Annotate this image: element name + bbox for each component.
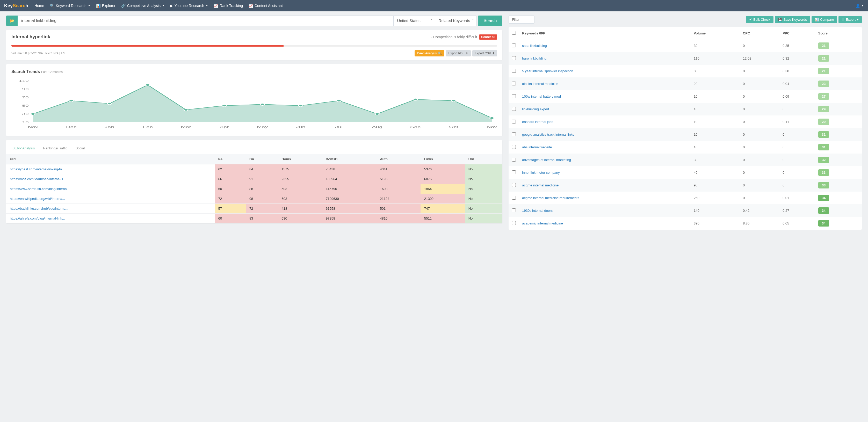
keywords-toolbar: ✔Bulk Check 💾Save Keywords 📊Compare ⬇Exp… (508, 15, 862, 24)
country-select[interactable]: United States (394, 15, 435, 26)
serp-th-url2[interactable]: URL (465, 154, 503, 164)
serp-url-link[interactable]: https://yoast.com/internal-linking-fo... (10, 167, 65, 171)
save-keywords-button[interactable]: 💾Save Keywords (775, 16, 810, 23)
nav-content[interactable]: 📈Content Assistant (249, 4, 283, 8)
row-checkbox[interactable] (512, 132, 516, 136)
nav-youtube[interactable]: ▶Youtube Research▼ (170, 4, 208, 8)
search-input[interactable] (18, 15, 394, 26)
select-all-checkbox[interactable] (512, 31, 516, 35)
export-pdf-button[interactable]: Export PDF ⬇ (446, 50, 471, 57)
keyword-link[interactable]: academic internal medicine (522, 221, 563, 225)
serp-url-link[interactable]: https://ahrefs.com/blog/internal-link... (10, 217, 65, 220)
score-pill: 34 (818, 195, 829, 201)
logo-ch: h (25, 3, 28, 8)
row-checkbox[interactable] (512, 69, 516, 73)
row-checkbox[interactable] (512, 208, 516, 212)
mode-select[interactable]: Related Keywords (435, 15, 476, 26)
kw-th-volume[interactable]: Volume (691, 27, 740, 39)
kw-ppc-cell: 0.09 (779, 90, 815, 103)
serp-url-link[interactable]: https://backlinko.com/hub/seo/interna... (10, 206, 68, 210)
serp-pa-cell: 62 (215, 164, 246, 174)
user-menu[interactable]: 👤▼ (856, 4, 864, 8)
serp-th-auth[interactable]: Auth (376, 154, 421, 164)
row-checkbox[interactable] (512, 158, 516, 162)
kw-ppc-cell: 0.32 (779, 52, 815, 65)
keyword-link[interactable]: 88sears internal jobs (522, 120, 553, 124)
serp-th-url[interactable]: URL (6, 154, 215, 164)
keyword-link[interactable]: linkbuilding expert (522, 107, 549, 111)
table-row: academic internal medicine 390 8.85 0.05… (508, 217, 862, 230)
svg-text:110: 110 (19, 79, 29, 82)
keyword-link[interactable]: 5 year internal sprinkler inspection (522, 69, 573, 73)
nav-rank[interactable]: 📈Rank Tracking (214, 4, 243, 8)
kw-th-score[interactable]: Score (815, 27, 862, 39)
compare-button[interactable]: 📊Compare (811, 16, 837, 23)
serp-url-link[interactable]: https://en.wikipedia.org/wiki/Interna... (10, 197, 65, 201)
kw-th-keyword[interactable]: Keywords 699 (519, 27, 691, 39)
table-row: acgme internal medicine requirements 260… (508, 192, 862, 204)
caret-icon: ▼ (862, 4, 864, 7)
kw-score-cell: 21 (815, 52, 862, 65)
row-checkbox[interactable] (512, 43, 516, 47)
keyword-link[interactable]: inner link motor company (522, 171, 560, 174)
kw-cpc-cell: 0 (740, 65, 779, 77)
serp-th-da[interactable]: DA (246, 154, 278, 164)
row-checkbox[interactable] (512, 56, 516, 60)
kw-ppc-cell: 0 (779, 166, 815, 179)
serp-tabs: SERP Analysis Rankings/Traffic Social (6, 140, 502, 154)
row-checkbox[interactable] (512, 107, 516, 111)
row-checkbox[interactable] (512, 120, 516, 124)
kw-volume-cell: 30 (691, 39, 740, 52)
keyword-link[interactable]: 100w internal battery mod (522, 95, 561, 98)
row-checkbox[interactable] (512, 221, 516, 225)
row-checkbox[interactable] (512, 145, 516, 149)
score-pill: 31 (818, 131, 829, 138)
keyword-link[interactable]: alaska internal medicine (522, 82, 558, 86)
keyword-link[interactable]: acgme internal medicine requirements (522, 196, 579, 200)
overview-title: Internal hyperlink (11, 34, 50, 40)
tab-serp-analysis[interactable]: SERP Analysis (11, 144, 36, 154)
row-checkbox[interactable] (512, 82, 516, 86)
kw-th-ppc[interactable]: PPC (779, 27, 815, 39)
logo[interactable]: KeySearch (4, 3, 28, 8)
serp-domsd-cell: 145790 (322, 184, 376, 194)
kw-volume-cell: 390 (691, 217, 740, 230)
svg-point-15 (375, 113, 379, 115)
folder-button[interactable]: 📂 (6, 15, 18, 26)
tab-social[interactable]: Social (74, 144, 86, 154)
keyword-link[interactable]: haro linkbuilding (522, 57, 547, 60)
serp-th-doms[interactable]: Doms (278, 154, 322, 164)
row-checkbox[interactable] (512, 94, 516, 98)
row-checkbox[interactable] (512, 170, 516, 174)
nav-competitive[interactable]: 🔗Competitive Analysis▼ (121, 4, 164, 8)
serp-pa-cell: 60 (215, 214, 246, 223)
keyword-link[interactable]: acgme internal medicine (522, 183, 559, 187)
serp-th-domsd[interactable]: DomsD (322, 154, 376, 164)
serp-th-pa[interactable]: PA (215, 154, 246, 164)
serp-url-link[interactable]: https://www.semrush.com/blog/internal... (10, 187, 70, 191)
keyword-link[interactable]: saas linkbuilding (522, 44, 547, 47)
search-button[interactable]: Search (478, 15, 503, 26)
row-checkbox[interactable] (512, 196, 516, 200)
kw-ppc-cell: 0 (779, 179, 815, 192)
kw-ppc-cell: 0.35 (779, 39, 815, 52)
kw-th-cpc[interactable]: CPC (740, 27, 779, 39)
export-button[interactable]: ⬇Export ▾ (838, 16, 862, 23)
bulk-check-button[interactable]: ✔Bulk Check (746, 16, 773, 23)
svg-text:May: May (257, 125, 268, 128)
nav-explorer[interactable]: 📊Explorer (96, 4, 116, 8)
export-csv-button[interactable]: Export CSV ⬇ (472, 50, 497, 57)
keyword-link[interactable]: google analytics track internal links (522, 133, 574, 136)
tab-rankings[interactable]: Rankings/Traffic (42, 144, 68, 154)
serp-th-links[interactable]: Links (421, 154, 465, 164)
nav-keyword-research[interactable]: 🔍Keyword Research▼ (50, 4, 90, 8)
serp-url-link[interactable]: https://moz.com/learn/seo/internal-li... (10, 177, 66, 181)
nav-home[interactable]: Home (34, 4, 44, 8)
deep-analysis-button[interactable]: Deep Analysis 🔍 (414, 50, 444, 57)
serp-links-cell: 5376 (421, 164, 465, 174)
keyword-link[interactable]: 1930s internal doors (522, 209, 553, 213)
keyword-link[interactable]: ahs internal website (522, 145, 552, 149)
keyword-link[interactable]: advantages of internal marketing (522, 158, 571, 162)
filter-input[interactable] (508, 15, 534, 24)
row-checkbox[interactable] (512, 183, 516, 187)
